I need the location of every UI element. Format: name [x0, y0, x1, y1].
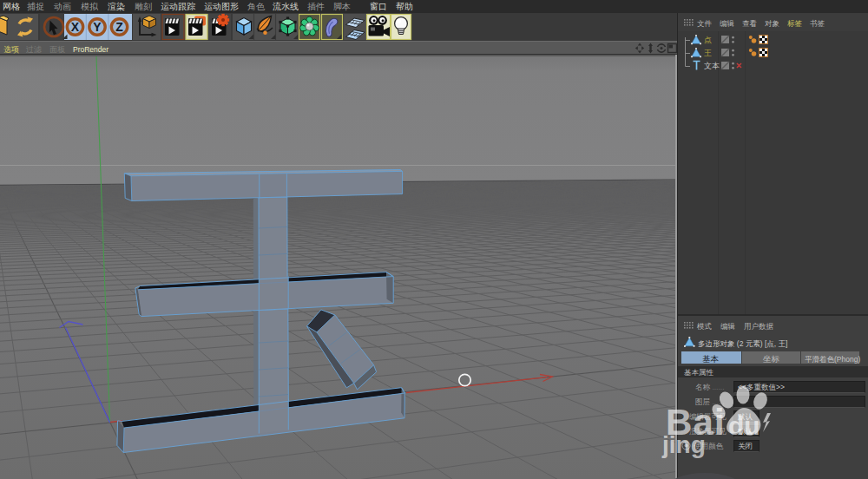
svg-text:Y: Y	[93, 20, 102, 34]
svg-text:Z: Z	[115, 20, 123, 34]
svg-text:X: X	[71, 20, 80, 34]
